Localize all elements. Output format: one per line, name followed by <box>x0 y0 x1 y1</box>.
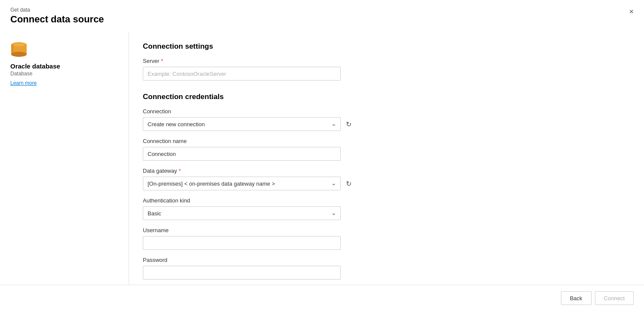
auth-kind-label: Authentication kind <box>143 197 630 204</box>
username-field-group: Username <box>143 227 630 250</box>
gateway-required-star: * <box>179 168 181 174</box>
auth-kind-select-container: Basic <box>143 206 341 220</box>
password-field-group: Password <box>143 257 630 280</box>
connection-name-field-group: Connection name <box>143 138 630 161</box>
connection-select-container: Create new connection <box>143 117 341 131</box>
svg-point-3 <box>13 44 25 47</box>
connection-settings-title: Connection settings <box>143 42 630 51</box>
main-content: Connection settings Server * Connection … <box>129 32 644 285</box>
dialog-body: Oracle database Database Learn more Conn… <box>0 32 644 285</box>
dialog-title: Connect data source <box>10 14 634 25</box>
gateway-refresh-button[interactable]: ↻ <box>344 178 353 190</box>
username-label: Username <box>143 227 630 233</box>
sidebar: Oracle database Database Learn more <box>0 32 129 285</box>
learn-more-link[interactable]: Learn more <box>10 80 37 86</box>
server-required-star: * <box>161 58 163 64</box>
connect-button[interactable]: Connect <box>595 291 634 305</box>
oracle-db-icon <box>10 40 118 62</box>
connection-select-wrapper: Create new connection ↻ <box>143 117 630 131</box>
connection-name-label: Connection name <box>143 138 630 144</box>
password-label: Password <box>143 257 630 263</box>
connection-field-group: Connection Create new connection ↻ <box>143 108 630 131</box>
sidebar-db-type: Database <box>10 71 118 77</box>
back-button[interactable]: Back <box>561 291 592 305</box>
data-gateway-select[interactable]: [On-premises] < on-premises data gateway… <box>143 177 341 190</box>
password-input[interactable] <box>143 266 341 280</box>
svg-rect-4 <box>11 45 13 54</box>
server-label: Server * <box>143 58 630 64</box>
username-input[interactable] <box>143 236 341 250</box>
svg-point-2 <box>11 52 27 57</box>
server-input[interactable] <box>143 67 341 81</box>
credentials-title: Connection credentials <box>143 93 630 101</box>
auth-kind-field-group: Authentication kind Basic <box>143 197 630 220</box>
data-gateway-field-group: Data gateway * [On-premises] < on-premis… <box>143 168 630 190</box>
connection-select[interactable]: Create new connection <box>143 117 341 131</box>
connection-name-input[interactable] <box>143 147 341 161</box>
credentials-section: Connection credentials Connection Create… <box>143 93 630 280</box>
dialog-subtitle: Get data <box>10 7 634 13</box>
sidebar-db-name: Oracle database <box>10 62 118 70</box>
dialog-header: Get data Connect data source × <box>0 0 644 32</box>
close-button[interactable]: × <box>627 6 635 17</box>
dialog-footer: Back Connect <box>0 285 644 311</box>
gateway-select-wrapper: [On-premises] < on-premises data gateway… <box>143 177 630 190</box>
gateway-select-container: [On-premises] < on-premises data gateway… <box>143 177 341 190</box>
connection-refresh-button[interactable]: ↻ <box>344 118 353 130</box>
connect-datasource-dialog: Get data Connect data source × Oracle da… <box>0 0 644 311</box>
server-field-group: Server * <box>143 58 630 81</box>
connection-label: Connection <box>143 108 630 115</box>
auth-kind-select[interactable]: Basic <box>143 206 341 220</box>
data-gateway-label: Data gateway * <box>143 168 630 174</box>
